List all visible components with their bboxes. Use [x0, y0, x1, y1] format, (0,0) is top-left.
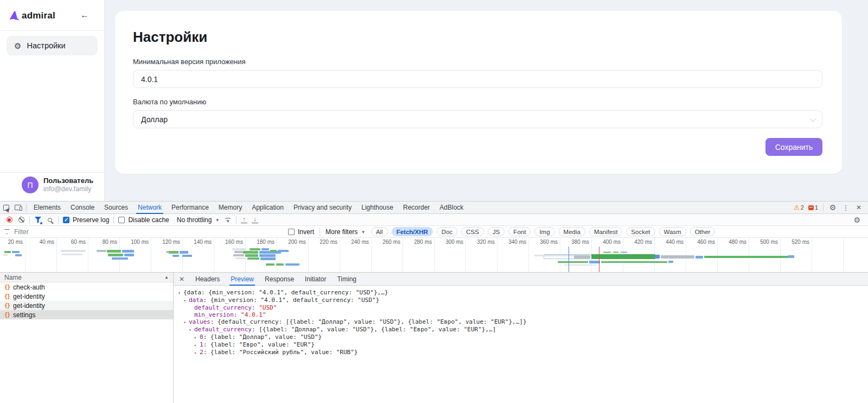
- throttling-select[interactable]: No throttling: [177, 216, 212, 224]
- filter-chip-manifest[interactable]: Manifest: [589, 227, 622, 236]
- network-overview-timeline[interactable]: 20 ms40 ms60 ms80 ms100 ms120 ms140 ms16…: [0, 238, 868, 273]
- sidebar-item-settings[interactable]: ⚙ Настройки: [7, 36, 98, 55]
- requests-table-header[interactable]: Name ▲: [0, 273, 173, 282]
- devtools-tab-lighthouse[interactable]: Lighthouse: [356, 202, 398, 214]
- devtools-tab-adblock[interactable]: AdBlock: [435, 202, 468, 214]
- request-row-get-identity[interactable]: {}get-identity: [0, 301, 173, 310]
- currency-select[interactable]: Доллар: [133, 110, 822, 128]
- devtools-tab-memory[interactable]: Memory: [214, 202, 247, 214]
- invert-checkbox[interactable]: [288, 229, 295, 235]
- devtools-tab-elements[interactable]: Elements: [29, 202, 66, 214]
- min-version-input[interactable]: [133, 70, 822, 88]
- tree-toggle-icon[interactable]: ▾: [183, 297, 189, 304]
- detail-tab-preview[interactable]: Preview: [225, 273, 259, 286]
- detail-tab-initiator[interactable]: Initiator: [299, 273, 331, 286]
- search-icon[interactable]: [44, 215, 56, 225]
- json-tree-line[interactable]: ▸2: {label: "Российский рубль", value: "…: [174, 349, 868, 356]
- gear-icon: ⚙: [14, 42, 21, 50]
- filter-chip-wasm[interactable]: Wasm: [659, 227, 686, 236]
- waterfall-bar: [259, 254, 276, 257]
- device-toolbar-icon[interactable]: [12, 202, 24, 213]
- json-tree-line[interactable]: ▸1: {label: "Евро", value: "EUR"}: [174, 341, 868, 349]
- timeline-tick-label: 140 ms: [181, 239, 212, 245]
- network-conditions-icon[interactable]: [224, 217, 232, 222]
- network-settings-gear-icon[interactable]: ⚙: [853, 216, 865, 224]
- json-tree-line[interactable]: ▾default_currency: [{label: "Доллар", va…: [174, 326, 868, 333]
- import-har-icon[interactable]: ↑: [241, 216, 247, 223]
- issues-indicator[interactable]: 1: [807, 202, 820, 213]
- devtools-close-icon[interactable]: ✕: [853, 202, 865, 213]
- more-filters-button[interactable]: More filters: [326, 228, 358, 236]
- devtools-tab-console[interactable]: Console: [66, 202, 99, 214]
- devtools-tab-performance[interactable]: Performance: [167, 202, 214, 214]
- close-detail-icon[interactable]: ✕: [174, 275, 190, 283]
- filter-chip-js[interactable]: JS: [488, 227, 505, 236]
- devtools-tab-privacy-and-security[interactable]: Privacy and security: [289, 202, 356, 214]
- waterfall-bar: [97, 250, 106, 252]
- save-button[interactable]: Сохранить: [765, 138, 822, 156]
- json-tree-line[interactable]: ▾data: {min_version: "4.0.1", default_cu…: [174, 297, 868, 304]
- filter-chip-other[interactable]: Other: [690, 227, 716, 236]
- filter-chip-all[interactable]: All: [371, 227, 388, 236]
- record-network-log-icon[interactable]: [3, 215, 15, 225]
- waterfall-bar: [564, 265, 597, 266]
- devtools-tab-recorder[interactable]: Recorder: [398, 202, 435, 214]
- export-har-icon[interactable]: ↓: [252, 216, 258, 223]
- detail-tab-response[interactable]: Response: [259, 273, 299, 286]
- filter-icon[interactable]: [32, 215, 44, 225]
- inspect-element-icon[interactable]: [0, 202, 12, 213]
- json-tree-line[interactable]: ▸0: {label: "Доллар", value: "USD"}: [174, 333, 868, 341]
- chevron-down-icon: ▾: [362, 229, 365, 235]
- warnings-indicator[interactable]: ⚠ 2: [792, 202, 806, 213]
- json-plain: : [{label: "Доллар", value: "USD"}, {lab…: [252, 326, 496, 333]
- tree-toggle-icon[interactable]: ▸: [194, 342, 200, 349]
- timeline-tick-label: 40 ms: [24, 239, 54, 245]
- json-key: 1: [200, 341, 203, 348]
- waterfall-bar: [12, 251, 20, 253]
- disable-cache-checkbox[interactable]: [118, 217, 125, 223]
- filter-chip-socket[interactable]: Socket: [626, 227, 655, 236]
- timeline-tick-label: 480 ms: [716, 239, 746, 245]
- filter-chip-font[interactable]: Font: [508, 227, 531, 236]
- tree-toggle-icon[interactable]: ▾: [183, 319, 189, 326]
- request-row-settings[interactable]: {}settings: [0, 310, 173, 319]
- filter-chip-media[interactable]: Media: [559, 227, 585, 236]
- timeline-tick-label: 380 ms: [559, 239, 589, 245]
- json-plain: {data: {min_version: "4.0.1", default_cu…: [183, 289, 388, 296]
- devtools-tab-application[interactable]: Application: [247, 202, 289, 214]
- filter-chip-doc[interactable]: Doc: [437, 227, 457, 236]
- waterfall-bar: [270, 250, 277, 252]
- request-row-get-identity[interactable]: {}get-identity: [0, 292, 173, 301]
- tree-toggle-icon[interactable]: ▾: [178, 289, 183, 297]
- detail-tab-headers[interactable]: Headers: [190, 273, 225, 286]
- kebab-menu-icon[interactable]: ⋮: [840, 202, 852, 213]
- filter-input[interactable]: [14, 228, 288, 236]
- json-tree-line[interactable]: ▾{data: {min_version: "4.0.1", default_c…: [174, 289, 868, 297]
- sidebar-collapse-button[interactable]: ←: [80, 10, 89, 20]
- preserve-log-label: Preserve log: [73, 216, 109, 224]
- preserve-log-checkbox[interactable]: [63, 217, 69, 223]
- tree-toggle-icon[interactable]: ▸: [194, 349, 200, 356]
- request-name: check-auth: [13, 284, 45, 291]
- tree-toggle-icon[interactable]: ▾: [189, 326, 194, 333]
- waterfall-bar: [695, 256, 703, 259]
- detail-tab-timing[interactable]: Timing: [331, 273, 362, 286]
- filter-chip-img[interactable]: Img: [534, 227, 554, 236]
- devtools-settings-icon[interactable]: ⚙: [827, 202, 839, 213]
- waterfall-bar: [285, 263, 299, 266]
- devtools-tab-sources[interactable]: Sources: [99, 202, 133, 214]
- invert-label: Invert: [298, 228, 314, 236]
- json-tree-line[interactable]: min_version: "4.0.1": [174, 311, 868, 318]
- tree-toggle-icon[interactable]: ▸: [194, 334, 200, 341]
- json-tree-line[interactable]: ▾values: {default_currency: [{label: "До…: [174, 318, 868, 326]
- devtools-tab-network[interactable]: Network: [133, 202, 167, 214]
- user-section[interactable]: П Пользователь info@dev.family: [0, 172, 104, 201]
- request-row-check-auth[interactable]: {}check-auth: [0, 282, 173, 292]
- devtools-tabbar: ElementsConsoleSourcesNetworkPerformance…: [0, 202, 868, 214]
- json-plain: : {label: "Российский рубль", value: "RU…: [203, 349, 358, 356]
- json-tree-line[interactable]: default_currency: "USD": [174, 304, 868, 311]
- filter-chip-css[interactable]: CSS: [461, 227, 484, 236]
- filter-chip-fetch-xhr[interactable]: Fetch/XHR: [392, 227, 433, 236]
- devtools: ElementsConsoleSourcesNetworkPerformance…: [0, 201, 868, 403]
- clear-network-log-icon[interactable]: [15, 215, 27, 225]
